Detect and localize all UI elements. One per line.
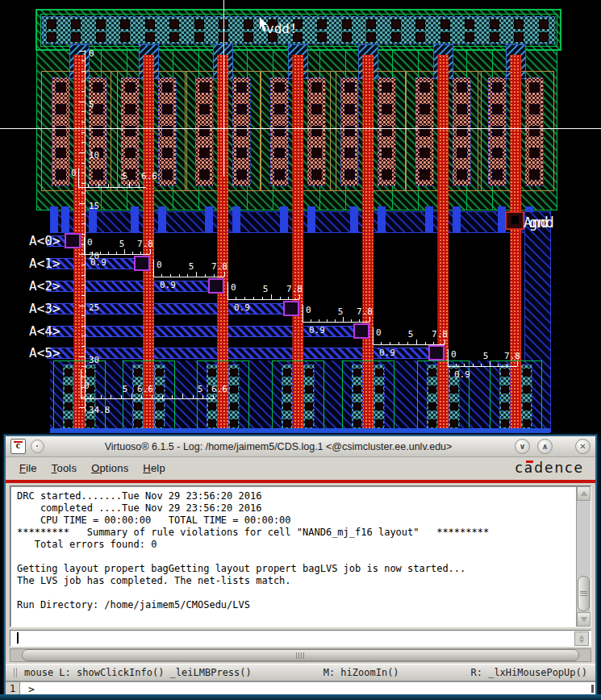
statusbar-grip[interactable] <box>14 668 18 677</box>
contact <box>156 385 163 393</box>
input-pin-label: A<0> <box>29 233 61 248</box>
ruler-label: 5 <box>263 284 269 294</box>
ruler-label: 5 <box>338 306 344 317</box>
contact <box>344 169 354 179</box>
ruler-label: 7.8 <box>504 351 520 361</box>
contact <box>274 148 284 157</box>
vdd-label: vdd! <box>266 21 298 36</box>
ruler-label: 0 <box>231 282 236 293</box>
contact <box>501 385 508 393</box>
hscroll-thumb[interactable] <box>22 649 579 661</box>
contact <box>311 82 321 92</box>
ruler-label: 0.9 <box>379 348 395 358</box>
contact <box>199 148 209 157</box>
log-vertical-scrollbar[interactable] <box>576 486 591 627</box>
contact <box>65 419 72 427</box>
vruler-label: 5 <box>89 99 94 110</box>
contact <box>311 148 321 157</box>
input-pin-label: A<5> <box>29 345 61 360</box>
contact <box>125 82 135 92</box>
menu-file[interactable]: File <box>12 460 44 477</box>
metal-stub <box>50 206 58 232</box>
ruler-label: 0 <box>451 349 457 360</box>
scroll-down-button[interactable] <box>577 612 591 627</box>
vscroll-thumb[interactable] <box>578 576 590 611</box>
menu-tools[interactable]: Tools <box>44 460 84 477</box>
via <box>465 19 474 28</box>
pin-contact <box>65 234 80 248</box>
contact <box>419 82 429 92</box>
log-filter-input[interactable] <box>10 630 591 647</box>
command-input[interactable]: > <box>20 682 595 695</box>
cadence-window-icon[interactable]: c <box>10 439 26 454</box>
via <box>318 32 327 41</box>
contact <box>305 402 312 410</box>
contact <box>382 104 391 114</box>
prompt-resize-handle[interactable] <box>591 685 594 693</box>
input-spinner[interactable] <box>574 631 589 646</box>
ruler-label: 0 <box>71 168 77 178</box>
pin-contact <box>284 302 298 315</box>
via <box>194 19 203 28</box>
input-pin-label: A<2> <box>29 278 61 294</box>
cadence-logo-text: cadence <box>515 460 584 476</box>
contact <box>125 104 135 114</box>
vscroll-track[interactable] <box>577 501 591 612</box>
log-text[interactable]: DRC started.......Tue Nov 29 23:56:20 20… <box>10 486 576 627</box>
contact <box>230 419 237 427</box>
close-button[interactable]: ✕ <box>575 439 591 454</box>
contact <box>236 169 246 179</box>
menu-options[interactable]: Options <box>84 460 136 477</box>
via <box>490 32 499 41</box>
titlebar[interactable]: c Virtuoso® 6.1.5 - Log: /home/jaimem5/C… <box>6 436 595 457</box>
log-window: c Virtuoso® 6.1.5 - Log: /home/jaimem5/C… <box>4 435 597 697</box>
contact <box>162 104 172 114</box>
layout-canvas[interactable]: 05101520253034.8056.6056.656.6057.80.905… <box>0 0 601 435</box>
via <box>342 32 351 41</box>
via <box>47 32 56 41</box>
menu-help[interactable]: Help <box>136 460 173 477</box>
contact <box>419 148 429 157</box>
vruler-label: 25 <box>89 302 99 313</box>
minimize-button[interactable]: ∨ <box>515 439 530 454</box>
titlebar-menu-button[interactable] <box>31 440 44 453</box>
poly-gate <box>363 55 374 431</box>
ruler-label: 5 <box>483 351 489 361</box>
contact <box>93 104 102 114</box>
status-mouse-middle: M: hiZoomIn() <box>255 667 468 678</box>
ruler-label: 0.9 <box>309 325 325 335</box>
contact <box>236 126 246 135</box>
contact <box>529 82 539 92</box>
contact <box>529 104 539 114</box>
contact <box>199 126 209 135</box>
vruler-label: 0 <box>89 48 94 59</box>
contact <box>208 419 215 427</box>
contact <box>311 169 321 179</box>
contact <box>492 82 502 92</box>
via <box>342 19 351 28</box>
vruler-label: 10 <box>89 150 99 160</box>
contact <box>457 126 466 135</box>
maximize-button[interactable]: ∧ <box>537 439 553 454</box>
poly-gate <box>438 55 449 431</box>
cadence-logo: cadence <box>515 460 584 476</box>
pin-contact <box>429 346 444 360</box>
contact <box>93 126 102 135</box>
contact <box>375 385 382 393</box>
contact <box>311 104 321 114</box>
horizontal-scrollbar[interactable] <box>10 648 591 662</box>
contact <box>523 369 530 376</box>
contact <box>344 104 354 114</box>
contact <box>419 104 429 114</box>
scroll-up-button[interactable] <box>577 486 591 501</box>
contact <box>457 148 466 157</box>
chevron-up-icon: ∧ <box>541 442 548 451</box>
contact <box>274 169 284 179</box>
via <box>391 32 400 41</box>
contact <box>305 385 312 393</box>
status-mouse-right: R: _lxHiMousePopUp() <box>471 667 588 678</box>
contact <box>382 169 391 179</box>
metal-stub <box>350 206 358 232</box>
metal-stub <box>498 206 506 232</box>
via <box>465 32 474 41</box>
